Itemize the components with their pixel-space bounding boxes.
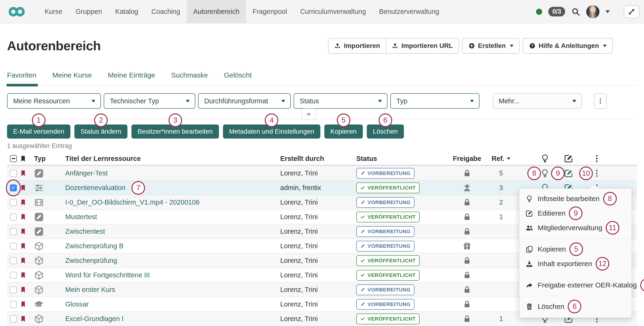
- search-icon[interactable]: [571, 7, 580, 16]
- task-counter-badge[interactable]: 0/3: [548, 7, 565, 17]
- annotation-circle: 4: [265, 113, 278, 127]
- row-checkbox[interactable]: [10, 315, 17, 322]
- infopage-column-icon[interactable]: [540, 154, 550, 163]
- resource-title-link[interactable]: Zwischenprüfung: [65, 257, 117, 264]
- status-badge: VORBEREITUNG: [356, 284, 414, 295]
- user-avatar[interactable]: [586, 5, 600, 18]
- bookmark-icon[interactable]: [20, 184, 26, 191]
- edit-square-icon[interactable]: [564, 169, 573, 178]
- openolat-logo[interactable]: [7, 5, 26, 18]
- collapse-filters-button[interactable]: [301, 109, 316, 120]
- nav-item-katalog[interactable]: Katalog: [109, 0, 145, 24]
- row-checkbox[interactable]: [10, 228, 17, 235]
- kebab-icon[interactable]: [592, 169, 602, 178]
- bookmark-icon[interactable]: [20, 242, 26, 250]
- menu-item-freigabe-externer-oer-katalog[interactable]: Freigabe externer OER-Katalog13: [520, 278, 632, 292]
- e-mail-versenden-bulk-button[interactable]: E-Mail versenden1: [7, 125, 70, 139]
- row-checkbox[interactable]: [10, 301, 17, 308]
- column-header-creator[interactable]: Erstellt durch: [274, 155, 350, 163]
- column-header-status[interactable]: Status: [350, 155, 448, 163]
- row-creator-cell: Lorenz, Trini: [274, 242, 350, 250]
- resource-title-link[interactable]: Anfänger-Test: [65, 169, 108, 177]
- erstellen-button[interactable]: Erstellen: [462, 38, 520, 54]
- nav-item-curriculumverwaltung[interactable]: Curriculumverwaltung: [294, 0, 372, 24]
- resource-title-link[interactable]: Mein erster Kurs: [65, 286, 115, 293]
- nav-item-fragenpool[interactable]: Fragenpool: [246, 0, 294, 24]
- hilfe-anleitungen-button[interactable]: ?Hilfe & Anleitungen: [523, 38, 613, 54]
- row-type-cell: [34, 197, 59, 207]
- nav-item-autorenbereich[interactable]: Autorenbereich: [187, 0, 246, 24]
- menu-item-löschen[interactable]: Löschen6: [520, 299, 632, 314]
- importieren-url-button[interactable]: Importieren URL: [386, 38, 459, 54]
- tab-favoriten[interactable]: Favoriten: [7, 71, 36, 85]
- tab-meine-eintr-ge[interactable]: Meine Einträge: [108, 71, 155, 85]
- select-all-checkbox[interactable]: [10, 155, 17, 162]
- user-menu-caret-icon[interactable]: [606, 10, 610, 13]
- bookmark-column-icon[interactable]: [20, 155, 26, 162]
- metadaten-und-einstellungen-bulk-button[interactable]: Metadaten und Einstellungen4: [223, 125, 320, 139]
- filter-status[interactable]: Status: [294, 93, 388, 109]
- löschen-bulk-button[interactable]: Löschen6: [367, 125, 404, 139]
- lightbulb-icon[interactable]: [540, 169, 550, 178]
- row-checkbox[interactable]: [10, 257, 17, 264]
- resource-title-link[interactable]: Word für Fortgeschrittene III: [65, 271, 150, 279]
- bookmark-icon[interactable]: [20, 213, 26, 220]
- resource-title-link[interactable]: I-0_Der_OO-Bildschirm_V1.mp4 - 20200106: [65, 198, 200, 206]
- bookmark-icon[interactable]: [20, 199, 26, 206]
- filter-typ[interactable]: Typ: [390, 93, 480, 109]
- row-checkbox[interactable]: [10, 170, 17, 177]
- filter-options-kebab-button[interactable]: [594, 93, 607, 109]
- bookmark-icon[interactable]: [20, 170, 26, 177]
- column-header-freigabe[interactable]: Freigabe: [448, 155, 486, 163]
- bookmark-icon[interactable]: [20, 315, 26, 322]
- nav-item-kurse[interactable]: Kurse: [38, 0, 69, 24]
- bookmark-icon[interactable]: [20, 228, 26, 235]
- menu-item-kopieren[interactable]: Kopieren5: [520, 242, 632, 256]
- nav-item-benutzerverwaltung[interactable]: Benutzerverwaltung: [372, 0, 446, 24]
- annotation-circle: 9: [551, 167, 565, 180]
- row-checkbox[interactable]: [10, 272, 17, 279]
- bookmark-icon[interactable]: [20, 271, 26, 279]
- row-ref-cell: 2: [486, 198, 516, 206]
- row-checkbox[interactable]: [10, 243, 17, 250]
- nav-item-gruppen[interactable]: Gruppen: [69, 0, 109, 24]
- column-header-ref[interactable]: Ref.: [486, 155, 516, 163]
- status-ändern-bulk-button[interactable]: Status ändern2: [74, 125, 128, 139]
- row-checkbox[interactable]: [10, 213, 17, 220]
- filter-mehr-[interactable]: Mehr...: [492, 93, 582, 109]
- column-header-typ[interactable]: Typ: [34, 155, 59, 163]
- actions-column-icon[interactable]: [592, 154, 602, 163]
- resource-title-link[interactable]: Zwischenprüfung B: [65, 242, 124, 250]
- menu-item-inhalt-exportieren[interactable]: Inhalt exportieren12: [520, 256, 632, 271]
- filter-technischer-typ[interactable]: Technischer Typ: [104, 93, 195, 109]
- resource-title-link[interactable]: Zwischentest: [65, 228, 105, 235]
- row-checkbox[interactable]: [10, 286, 17, 293]
- filter-durchführungsformat[interactable]: Durchführungsformat: [198, 93, 291, 109]
- filter-meine-ressourcen[interactable]: Meine Ressourcen: [7, 93, 101, 109]
- menu-item-infoseite-bearbeiten[interactable]: Infoseite bearbeiten8: [520, 191, 632, 206]
- nav-item-coaching[interactable]: Coaching: [145, 0, 187, 24]
- edit-column-icon[interactable]: [564, 154, 573, 163]
- resource-title-link[interactable]: Excel-Grundlagen I: [65, 315, 124, 323]
- menu-item-label: Mitgliederverwaltung: [538, 224, 602, 232]
- bookmark-icon[interactable]: [20, 286, 26, 293]
- column-header-title[interactable]: Titel der Lernressource: [59, 155, 274, 163]
- importieren-button[interactable]: Importieren: [328, 38, 386, 54]
- question-circle-icon: ?: [529, 43, 536, 49]
- bookmark-icon[interactable]: [20, 257, 26, 264]
- kopieren-bulk-button[interactable]: Kopieren5: [324, 125, 363, 139]
- bookmark-icon[interactable]: [20, 301, 26, 308]
- menu-item-mitgliederverwaltung[interactable]: Mitgliederverwaltung11: [520, 220, 632, 235]
- row-select-cell: [7, 213, 20, 220]
- tab-meine-kurse[interactable]: Meine Kurse: [52, 71, 92, 85]
- resource-title-link[interactable]: Glossar: [65, 300, 89, 308]
- tab-gel-scht[interactable]: Gelöscht: [224, 71, 252, 85]
- status-badge: VORBEREITUNG: [356, 168, 414, 179]
- resource-title-link[interactable]: Mustertest: [65, 213, 97, 221]
- besitzer-innen-bearbeiten-bulk-button[interactable]: Besitzer*innen bearbeiten3: [132, 125, 219, 139]
- tab-suchmaske[interactable]: Suchmaske: [171, 71, 208, 85]
- row-checkbox[interactable]: [10, 199, 17, 206]
- resource-title-link[interactable]: Dozentenevaluation: [65, 184, 125, 192]
- fullscreen-toggle-button[interactable]: [624, 6, 639, 18]
- menu-item-editieren[interactable]: Editieren9: [520, 206, 632, 220]
